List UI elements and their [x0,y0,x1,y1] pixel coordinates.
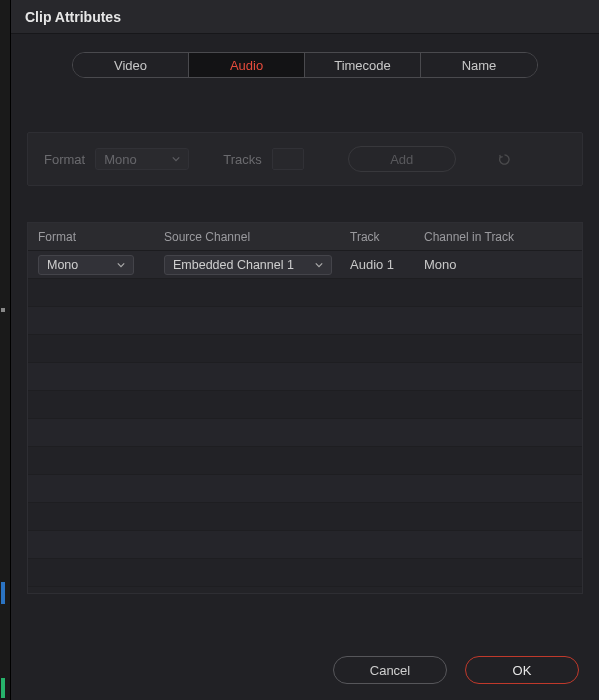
header-track: Track [344,230,418,244]
table-row-empty [28,475,582,503]
table-row-empty [28,279,582,307]
chevron-down-icon [172,155,180,163]
reset-icon[interactable] [496,150,514,168]
tab-video-label: Video [114,58,147,73]
table-row-empty [28,307,582,335]
background-strip [0,0,10,700]
cancel-button-label: Cancel [370,663,410,678]
dialog-title: Clip Attributes [25,9,121,25]
tab-segmented-control: Video Audio Timecode Name [72,52,538,78]
chevron-down-icon [315,261,323,269]
strip-marker-blue [1,582,5,604]
ok-button-label: OK [513,663,532,678]
content: Format Mono Tracks Add Format Source [11,88,599,638]
header-channel: Channel in Track [418,230,582,244]
table-header: Format Source Channel Track Channel in T… [28,223,582,251]
chevron-down-icon [117,261,125,269]
row-source-value: Embedded Channel 1 [173,258,294,272]
tracks-label: Tracks [223,152,262,167]
cancel-button[interactable]: Cancel [333,656,447,684]
table-body: MonoEmbedded Channel 1Audio 1Mono [28,251,582,593]
strip-marker [1,308,5,312]
tab-audio[interactable]: Audio [189,53,305,77]
format-dropdown-value: Mono [104,152,137,167]
row-format-dropdown[interactable]: Mono [38,255,134,275]
tabs-row: Video Audio Timecode Name [11,34,599,88]
table-row[interactable]: MonoEmbedded Channel 1Audio 1Mono [28,251,582,279]
clip-attributes-dialog: Clip Attributes Video Audio Timecode Nam… [10,0,599,700]
row-track-value: Audio 1 [350,257,394,272]
tracks-input[interactable] [272,148,304,170]
format-label: Format [44,152,85,167]
strip-marker-green [1,678,5,698]
table-row-empty [28,335,582,363]
titlebar: Clip Attributes [11,0,599,34]
header-source: Source Channel [158,230,344,244]
table-row-empty [28,559,582,587]
add-button-label: Add [390,152,413,167]
ok-button[interactable]: OK [465,656,579,684]
add-track-panel: Format Mono Tracks Add [27,132,583,186]
tab-audio-label: Audio [230,58,263,73]
tab-timecode-label: Timecode [334,58,391,73]
row-channel-value: Mono [424,257,457,272]
table-row-empty [28,503,582,531]
footer: Cancel OK [11,638,599,700]
tab-name-label: Name [462,58,497,73]
tab-name[interactable]: Name [421,53,537,77]
row-format-value: Mono [47,258,78,272]
table-row-empty [28,447,582,475]
add-button[interactable]: Add [348,146,456,172]
table-row-empty [28,419,582,447]
channel-table: Format Source Channel Track Channel in T… [27,222,583,594]
table-row-empty [28,531,582,559]
header-format: Format [28,230,158,244]
row-source-dropdown[interactable]: Embedded Channel 1 [164,255,332,275]
tab-timecode[interactable]: Timecode [305,53,421,77]
tab-video[interactable]: Video [73,53,189,77]
table-row-empty [28,391,582,419]
table-row-empty [28,363,582,391]
format-dropdown[interactable]: Mono [95,148,189,170]
